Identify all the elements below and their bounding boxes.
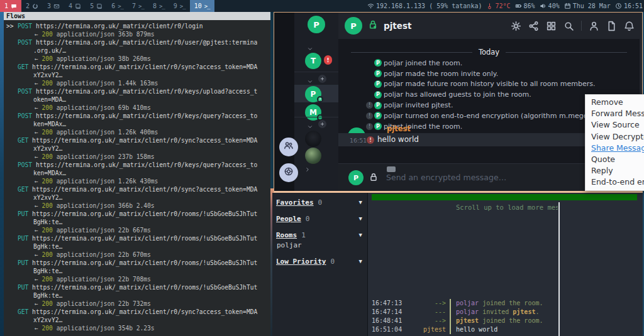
room-section-people[interactable]: People0▼ [276,215,364,223]
workspace-2[interactable]: 2 [21,0,43,12]
log-segment: . [535,308,539,315]
menu-item-view-source[interactable]: View Source [586,119,644,131]
flow-row[interactable]: PUT https://termina.org.uk/_matrix/clien… [4,259,270,267]
menu-item-reply[interactable]: Reply [586,165,644,176]
bell-icon[interactable] [624,21,635,31]
event-avatar: P [374,91,382,99]
room-list-avatar[interactable] [305,131,321,147]
menu-item-share-message[interactable]: Share Message [586,143,644,154]
flow-response: ← 200 application/json 22b 732ms [4,300,270,308]
flow-response: ← 200 application/json 22b 670ms [4,251,270,259]
book-icon [96,3,103,9]
flow-method: PUT [18,235,28,242]
flow-url-continuation: BgHk:te… [4,242,270,251]
flow-row[interactable]: PUT https://termina.org.uk/_matrix/clien… [4,210,270,218]
add-room-button[interactable] [318,120,326,128]
chevron-right-icon[interactable] [304,163,311,175]
workspace-list: 123456>_7>_8>_9>_10>_ [0,0,214,12]
menu-item-forward-message[interactable]: Forward Message [586,108,644,119]
room-list-avatar[interactable]: T [305,53,321,69]
flow-row[interactable]: POST https://termina.org.uk/_matrix/clie… [4,38,270,46]
search-icon[interactable] [564,21,574,31]
room-avatar-letter: P [311,90,316,99]
flow-row[interactable]: >>POST https://termina.org.uk/_matrix/cl… [4,22,270,30]
workspace-7[interactable]: 7>_ [128,0,148,12]
flow-row[interactable]: GET https://termina.org.uk/_matrix/clien… [4,308,270,316]
log-segment: invited [479,308,513,315]
room-section-rooms[interactable]: Rooms1▼poljar [276,231,364,249]
gomuks-room-sidebar: Favorites0▼People0▼Rooms1▼poljarLow Prio… [272,193,368,336]
response-arrow: ← [35,178,42,185]
status-code: 200 [42,153,53,160]
flow-row[interactable]: GET https://termina.org.uk/_matrix/clien… [4,185,270,193]
room-list-avatar[interactable] [305,148,321,164]
log-segment: pjtest [513,308,535,315]
collapse-triangle-icon[interactable]: ▼ [359,199,362,205]
settings-icon[interactable] [511,21,521,31]
timeline-event[interactable]: Ppoljar made future room history visible… [338,79,642,90]
response-meta: application/json 22b 667ms [53,227,151,234]
message-input[interactable] [386,173,562,182]
menu-item-view-decrypted-s[interactable]: View Decrypted S [586,131,644,143]
add-room-button[interactable] [318,75,326,83]
room-entry[interactable]: poljar [277,241,364,249]
account-avatar[interactable]: P [308,16,325,33]
section-label: Rooms [276,231,297,239]
flow-method: POST [18,88,32,95]
flow-response: ← 200 application/json 38b 260ms [4,55,270,63]
flow-url-continuation: xY2xvY2… [4,71,270,79]
flow-url-continuation: xY2xvY2… [4,144,270,153]
status-item: 72°C [486,3,510,9]
member-icon[interactable] [589,21,599,31]
response-arrow: ← [35,276,42,283]
explore-button[interactable] [279,163,298,182]
menu-item-remove[interactable]: Remove [586,97,644,108]
room-avatar[interactable]: P [345,17,362,35]
workspace-9[interactable]: 9>_ [169,0,190,12]
workspace-10[interactable]: 10>_ [190,0,214,12]
flow-row[interactable]: POST https://termina.org.uk/_matrix/clie… [4,161,270,169]
collapse-triangle-icon[interactable]: ▼ [359,258,362,264]
workspace-8[interactable]: 8>_ [148,0,169,12]
share-icon[interactable] [528,21,539,31]
collapse-triangle-icon[interactable]: ▼ [359,215,362,222]
status-code: 200 [42,276,53,283]
flow-method: POST [18,112,32,119]
status-bar: 123456>_7>_8>_9>_10>_ 192.168.1.133 ( 59… [0,0,644,12]
flow-row[interactable]: PUT https://termina.org.uk/_matrix/clien… [4,283,270,291]
timeline-event[interactable]: Ppoljar joined the room. [338,58,642,68]
response-arrow: ← [35,153,42,160]
file-icon[interactable] [606,21,617,31]
menu-item-quote[interactable]: Quote [586,154,644,165]
log-message: hello world [450,325,497,334]
flow-row[interactable]: GET https://termina.org.uk/_matrix/clien… [4,136,270,144]
flow-row[interactable]: POST https://termina.org.uk/_matrix/clie… [4,87,270,95]
response-arrow: ← [35,31,42,38]
event-text: poljar joined the room. [384,59,462,67]
flow-method: POST [18,23,32,30]
timeline-event[interactable]: Ppoljar made the room invite only. [338,68,642,79]
gomuks-window: Favorites0▼People0▼Rooms1▼poljarLow Prio… [272,193,643,336]
account-avatar-letter: P [313,20,319,30]
flow-row[interactable]: PUT https://termina.org.uk/_matrix/clien… [4,234,270,242]
section-label: Low Priority [276,257,326,266]
workspace-6[interactable]: 6>_ [107,0,128,12]
response-meta: application/json 366b 2.40s [53,202,155,209]
grid-icon[interactable] [546,21,557,31]
workspace-3[interactable]: 3 [43,0,64,12]
room-section-favorites[interactable]: Favorites0▼ [276,198,364,207]
workspace-1[interactable]: 1 [0,0,21,12]
system-status: 192.168.1.133 ( 59% tatanka)72°C86%40%Th… [367,3,644,9]
status-code: 200 [42,104,53,111]
collapse-triangle-icon[interactable]: ▼ [359,232,362,238]
menu-item-end-to-end-encry[interactable]: End-to-end encry [586,176,644,188]
flow-row[interactable]: POST https://termina.org.uk/_matrix/clie… [4,112,270,120]
response-meta: application/json 22b 670ms [53,251,151,258]
workspace-5[interactable]: 5 [86,0,107,12]
room-section-low-priority[interactable]: Low Priority0▼ [276,257,364,266]
people-button[interactable] [279,138,298,156]
encrypted-lock-icon [368,19,379,33]
section-label: People [276,215,301,223]
workspace-4[interactable]: 4 [64,0,86,12]
flow-row[interactable]: GET https://termina.org.uk/_matrix/clien… [4,63,270,71]
